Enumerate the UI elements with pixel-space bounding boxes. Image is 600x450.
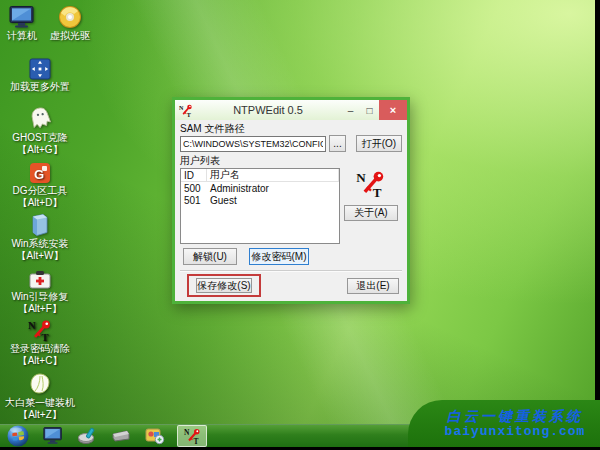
desktop-icon-hotkey: 【Alt+C】	[18, 355, 63, 367]
nt-key-icon	[184, 428, 201, 444]
sam-path-label: SAM 文件路径	[180, 123, 402, 134]
desktop-icon-virtual-cd[interactable]: 虚拟光驱	[38, 3, 102, 42]
toolbox-icon	[28, 264, 52, 290]
column-id[interactable]: ID	[181, 169, 207, 181]
minimize-button[interactable]: –	[341, 102, 360, 118]
desktop-icon-label: 加载更多外置	[10, 81, 70, 93]
software-box-icon	[29, 211, 51, 237]
desktop-icon-win-install[interactable]: Win系统安装 【Alt+W】	[0, 211, 82, 262]
user-row-administrator[interactable]: 500 Administrator	[181, 182, 339, 194]
desktop-icon-label: 计算机	[7, 30, 37, 42]
cabbage-icon	[28, 370, 52, 396]
desktop-icon-hotkey: 【Alt+Z】	[18, 409, 62, 421]
hard-disk-button[interactable]	[110, 425, 132, 447]
change-password-button[interactable]: 修改密码(M)	[249, 248, 309, 265]
desktop-icon-password-clear[interactable]: 登录密码清除 【Alt+C】	[0, 316, 82, 367]
desktop-icon-label: Win引导修复	[11, 291, 68, 303]
watermark: 白云一键重装系统 baiyunxitong.com	[408, 400, 600, 450]
desktop-icon-hotkey: 【Alt+W】	[17, 250, 64, 262]
separator	[180, 270, 402, 272]
column-username[interactable]: 用户名	[207, 169, 339, 181]
desktop-icon-boot-repair[interactable]: Win引导修复 【Alt+F】	[0, 264, 82, 315]
dialog-client-area: SAM 文件路径 ... 打开(O) 用户列表 ID 用户名 500 Admin…	[175, 120, 407, 301]
user-list[interactable]: ID 用户名 500 Administrator 501 Guest	[180, 168, 340, 244]
watermark-url: baiyunxitong.com	[434, 424, 596, 439]
user-list-header[interactable]: ID 用户名	[181, 169, 339, 182]
pe-tools-icon	[145, 427, 165, 445]
unlock-button[interactable]: 解锁(U)	[183, 248, 237, 265]
nt-key-icon	[28, 316, 52, 342]
desktop-icon-dg-partition[interactable]: G DG分区工具 【Alt+D】	[0, 158, 82, 209]
show-desktop-button[interactable]	[42, 425, 64, 447]
desktop-icon-hotkey: 【Alt+D】	[18, 197, 63, 209]
desktop-icon-label: Win系统安装	[11, 238, 68, 250]
maximize-button[interactable]: □	[360, 102, 379, 118]
annotation-highlight: 保存修改(S)	[187, 274, 261, 297]
ntpwedit-task-button[interactable]	[177, 425, 207, 447]
browse-button[interactable]: ...	[329, 135, 346, 152]
desktop-icon-label: 登录密码清除	[10, 343, 70, 355]
cd-icon	[58, 3, 82, 29]
desktop-icon-load-plugins[interactable]: 加载更多外置	[0, 54, 82, 93]
hard-disk-icon	[111, 428, 131, 444]
windows-orb-icon	[7, 425, 29, 447]
title-bar[interactable]: NTPWEdit 0.5 – □ ×	[175, 100, 407, 120]
watermark-title: 白云一键重装系统	[434, 408, 596, 424]
close-button[interactable]: ×	[379, 100, 407, 120]
desktop-icon-hotkey: 【Alt+G】	[17, 144, 62, 156]
disk-brush-icon	[77, 427, 97, 445]
open-button[interactable]: 打开(O)	[356, 135, 402, 152]
sam-path-input[interactable]	[180, 136, 326, 152]
dg-icon: G	[29, 158, 51, 184]
ghost-icon	[28, 105, 53, 131]
desktop-icon-ghost-clone[interactable]: GHOST克隆 【Alt+G】	[0, 105, 82, 156]
desktop-icon-label: GHOST克隆	[12, 132, 68, 144]
plugins-icon	[29, 54, 51, 80]
desktop-icon-label: DG分区工具	[13, 185, 68, 197]
nt-logo-icon	[356, 170, 386, 198]
window-title: NTPWEdit 0.5	[195, 104, 341, 116]
screen-right-border	[595, 0, 600, 450]
user-row-guest[interactable]: 501 Guest	[181, 194, 339, 206]
desktop-icon-hotkey: 【Alt+F】	[18, 303, 62, 315]
desktop-icon-label: 大白菜一键装机	[5, 397, 75, 409]
ntpwedit-window: NTPWEdit 0.5 – □ × SAM 文件路径 ... 打开(O) 用户…	[172, 97, 410, 304]
nt-key-icon	[179, 104, 193, 117]
svg-text:G: G	[34, 167, 44, 182]
desktop-icon-dabaicai-install[interactable]: 大白菜一键装机 【Alt+Z】	[0, 370, 82, 421]
about-button[interactable]: 关于(A)	[344, 205, 398, 221]
exit-button[interactable]: 退出(E)	[347, 278, 399, 294]
desktop-icon-label: 虚拟光驱	[50, 30, 90, 42]
disk-clean-button[interactable]	[76, 425, 98, 447]
pe-tools-button[interactable]	[144, 425, 166, 447]
monitor-icon	[43, 427, 63, 445]
user-list-label: 用户列表	[180, 155, 402, 166]
computer-icon	[9, 3, 35, 29]
start-button[interactable]	[6, 425, 30, 447]
save-changes-button[interactable]: 保存修改(S)	[196, 278, 252, 293]
